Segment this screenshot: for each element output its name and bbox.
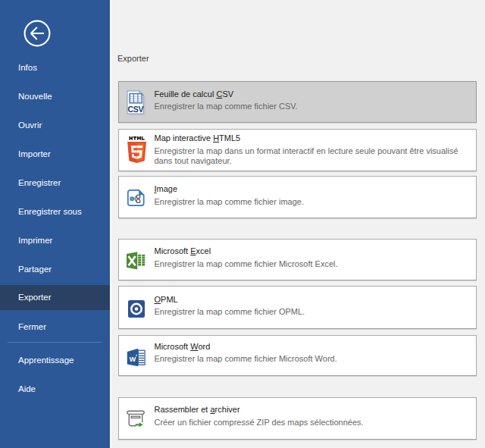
svg-text:W: W — [130, 356, 136, 363]
svg-text:CSV: CSV — [128, 105, 144, 114]
